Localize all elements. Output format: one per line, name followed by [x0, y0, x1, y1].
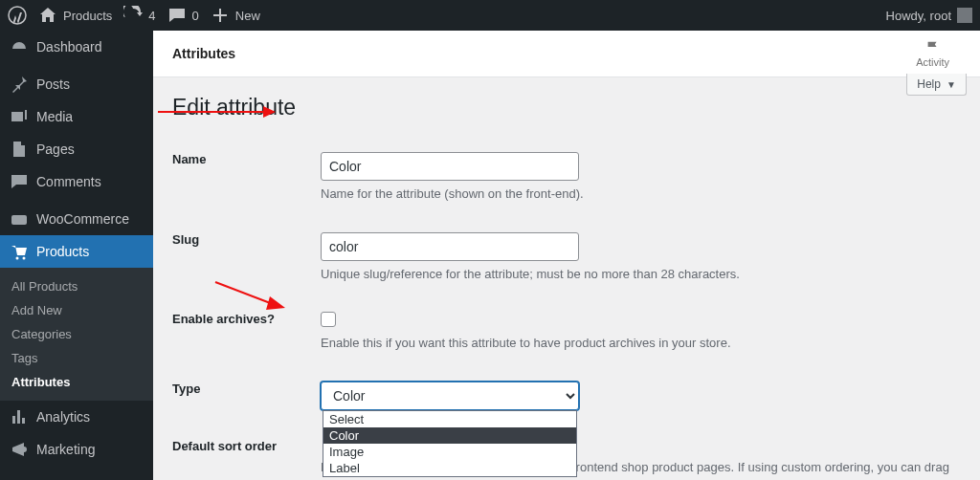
account-link[interactable]: Howdy, root: [886, 8, 972, 23]
comment-icon: [167, 6, 187, 25]
type-option-image[interactable]: Image: [323, 444, 576, 460]
comment-icon: [10, 172, 29, 191]
svg-rect-1: [11, 215, 27, 225]
attribute-slug-input[interactable]: [321, 232, 579, 261]
sidebar-item-analytics[interactable]: Analytics: [0, 401, 153, 433]
sidebar-item-media[interactable]: Media: [0, 100, 153, 133]
submenu-label: Tags: [11, 351, 37, 365]
attribute-form: Name Name for the attribute (shown on th…: [172, 138, 961, 480]
attribute-type-select[interactable]: Color: [321, 382, 579, 410]
sidebar-item-label: Dashboard: [36, 39, 102, 55]
sidebar-item-pages[interactable]: Pages: [0, 133, 153, 165]
pin-icon: [10, 75, 29, 94]
slug-field-description: Unique slug/reference for the attribute;…: [321, 265, 951, 284]
help-label: Help: [917, 77, 941, 91]
sidebar-item-label: Products: [36, 244, 89, 259]
name-field-description: Name for the attribute (shown on the fro…: [321, 185, 951, 204]
page-title: Edit attribute: [172, 95, 961, 120]
type-option-select[interactable]: Select: [323, 411, 576, 427]
home-icon: [38, 6, 57, 25]
new-content-link[interactable]: New: [211, 6, 260, 25]
svg-point-2: [16, 257, 19, 260]
sidebar-item-label: Comments: [36, 174, 101, 189]
products-icon: [10, 242, 29, 261]
dashboard-icon: [10, 37, 29, 56]
sidebar-item-label: Pages: [36, 142, 75, 157]
help-tab[interactable]: Help ▼: [906, 74, 967, 96]
type-field-label: Type: [172, 382, 200, 396]
sidebar-item-label: Marketing: [36, 442, 95, 457]
media-icon: [10, 107, 29, 126]
sidebar-item-marketing[interactable]: Marketing: [0, 433, 153, 466]
main-content: Attributes Activity Help ▼ Edit attribut…: [153, 31, 980, 480]
submenu-categories[interactable]: Categories: [0, 322, 153, 346]
admin-sidebar: Dashboard Posts Media Pages Comments Woo…: [0, 31, 153, 480]
name-field-label: Name: [172, 152, 206, 166]
flag-icon: [924, 39, 942, 56]
submenu-all-products[interactable]: All Products: [0, 274, 153, 298]
howdy-text: Howdy, root: [886, 9, 951, 23]
sidebar-item-label: Media: [36, 109, 73, 124]
sidebar-item-label: Posts: [36, 76, 70, 92]
comments-link[interactable]: 0: [167, 6, 199, 25]
sidebar-item-dashboard[interactable]: Dashboard: [0, 31, 153, 63]
attribute-name-input[interactable]: [321, 152, 579, 181]
wp-logo[interactable]: [8, 6, 27, 25]
archives-field-label: Enable archives?: [172, 312, 275, 326]
archives-field-description: Enable this if you want this attribute t…: [321, 334, 951, 353]
slug-field-label: Slug: [172, 232, 199, 247]
type-dropdown-list: Select Color Image Label: [323, 410, 577, 477]
sidebar-item-appearance[interactable]: Appearance: [0, 470, 153, 480]
marketing-icon: [10, 440, 29, 459]
sort-field-label: Default sort order: [172, 439, 277, 453]
woo-icon: [10, 209, 29, 229]
activity-panel-toggle[interactable]: Activity: [904, 39, 961, 68]
submenu-label: Add New: [11, 303, 62, 317]
submenu-label: Categories: [11, 327, 72, 341]
sidebar-item-comments[interactable]: Comments: [0, 165, 153, 198]
sidebar-item-woocommerce[interactable]: WooCommerce: [0, 203, 153, 235]
update-icon: [123, 6, 143, 25]
page-icon: [10, 140, 29, 159]
products-submenu: All Products Add New Categories Tags Att…: [0, 268, 153, 401]
plus-icon: [211, 6, 230, 25]
site-name-label: Products: [63, 9, 112, 23]
enable-archives-checkbox[interactable]: [321, 312, 336, 327]
type-option-color[interactable]: Color: [323, 427, 576, 444]
sidebar-item-label: WooCommerce: [36, 211, 129, 227]
svg-point-0: [9, 7, 26, 24]
chevron-down-icon: ▼: [944, 79, 956, 90]
strip-title: Attributes: [172, 46, 235, 61]
submenu-attributes[interactable]: Attributes: [0, 370, 153, 394]
site-name-link[interactable]: Products: [38, 6, 112, 25]
sidebar-item-products[interactable]: Products: [0, 235, 153, 268]
new-label: New: [235, 9, 260, 23]
submenu-add-new[interactable]: Add New: [0, 298, 153, 322]
comments-count: 0: [192, 9, 199, 23]
type-option-label[interactable]: Label: [323, 460, 576, 476]
analytics-icon: [10, 407, 29, 426]
submenu-label: Attributes: [11, 375, 70, 389]
woo-header-strip: Attributes Activity: [153, 31, 980, 77]
updates-count: 4: [148, 9, 155, 23]
submenu-label: All Products: [11, 279, 78, 294]
admin-toolbar: Products 4 0 New Howdy, root: [0, 0, 980, 31]
sidebar-item-posts[interactable]: Posts: [0, 68, 153, 100]
sidebar-item-label: Analytics: [36, 409, 90, 425]
svg-point-3: [23, 257, 26, 260]
submenu-tags[interactable]: Tags: [0, 346, 153, 370]
avatar: [957, 8, 972, 23]
activity-label: Activity: [916, 56, 949, 68]
updates-link[interactable]: 4: [123, 6, 155, 25]
